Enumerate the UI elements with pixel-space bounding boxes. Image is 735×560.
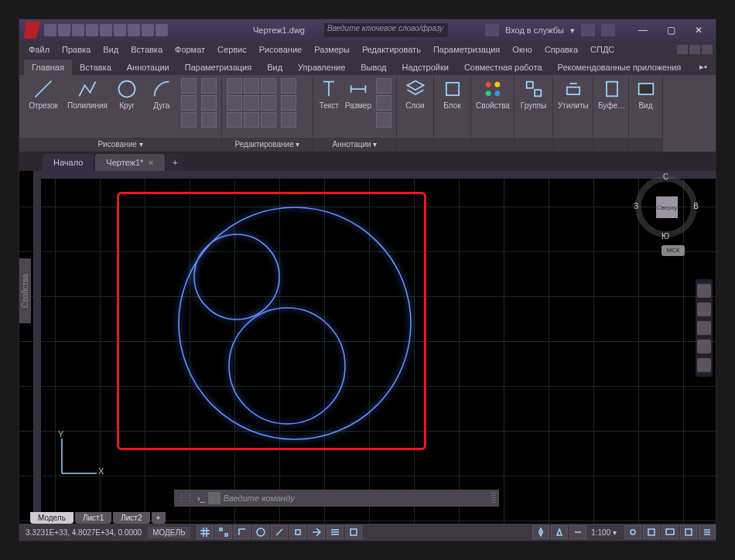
menu-tools[interactable]: Сервис [211, 43, 253, 56]
block-button[interactable]: Блок [439, 78, 466, 110]
status-autoscale-icon[interactable] [569, 525, 586, 539]
login-label[interactable]: Вход в службы [505, 26, 564, 35]
search-input[interactable]: Введите ключевое слово/фразу [324, 23, 448, 37]
status-monitor-icon[interactable] [662, 525, 679, 539]
status-gear-icon[interactable] [624, 525, 641, 539]
arc-button[interactable]: Дуга [146, 78, 176, 110]
tab-output[interactable]: Вывод [353, 60, 394, 75]
text-button[interactable]: Текст [318, 78, 340, 110]
draw-mini-1[interactable] [181, 78, 197, 94]
viewcube-east[interactable]: В [693, 202, 699, 210]
trim-icon[interactable] [261, 78, 276, 94]
nav-zoom-icon[interactable] [697, 321, 711, 335]
menu-draw[interactable]: Рисование [253, 43, 308, 56]
stretch-icon[interactable] [227, 112, 242, 128]
tab-collaborate[interactable]: Совместная работа [456, 60, 550, 75]
app-menu-icon[interactable] [24, 22, 41, 39]
utilities-button[interactable]: Утилиты [558, 78, 589, 110]
status-lineweight-icon[interactable] [326, 525, 344, 539]
tab-expand-icon[interactable]: ▸▪ [692, 59, 715, 75]
tab-insert[interactable]: Вставка [72, 60, 119, 75]
status-otrack-icon[interactable] [308, 525, 325, 539]
line-button[interactable]: Отрезок [24, 78, 63, 110]
anno-mini-2[interactable] [376, 95, 391, 111]
qat-new-icon[interactable] [44, 24, 56, 36]
tab-new-icon[interactable]: + [166, 154, 183, 171]
panel-modify-title[interactable]: Редактирование ▾ [222, 138, 313, 152]
status-annovis-icon[interactable] [551, 525, 568, 539]
modify-icon-c[interactable] [281, 112, 296, 128]
exchange-icon[interactable] [581, 24, 595, 36]
maximize-button[interactable]: ▢ [657, 19, 685, 41]
status-grid-icon[interactable] [197, 525, 214, 539]
tab-view[interactable]: Вид [259, 60, 290, 75]
cmd-history-icon[interactable]: ›_ [197, 493, 205, 503]
doc-minimize-icon[interactable] [677, 45, 688, 54]
layout-tab-model[interactable]: Модель [30, 512, 74, 524]
menu-insert[interactable]: Вставка [125, 43, 169, 56]
groups-button[interactable]: Группы [519, 78, 548, 110]
tab-manage[interactable]: Управление [290, 60, 353, 75]
qat-saveas-icon[interactable] [86, 24, 98, 36]
status-snap-icon[interactable] [215, 525, 232, 539]
move-icon[interactable] [227, 78, 242, 94]
modify-icon-b[interactable] [281, 95, 296, 111]
tab-addins[interactable]: Надстройки [395, 60, 456, 75]
layout-tab-add[interactable]: + [152, 512, 166, 524]
tab-parametric[interactable]: Параметризация [177, 60, 259, 75]
status-ortho-icon[interactable] [234, 525, 251, 539]
menu-help[interactable]: Справка [538, 43, 584, 56]
draw-mini-4[interactable] [201, 78, 217, 94]
draw-mini-3[interactable] [181, 112, 197, 128]
tab-annotate[interactable]: Аннотации [119, 60, 177, 75]
polyline-button[interactable]: Полилиния [67, 78, 108, 110]
tab-drawing1[interactable]: Чертеж1*✕ [95, 154, 165, 171]
menu-view[interactable]: Вид [97, 43, 125, 56]
wcs-label[interactable]: МСК [662, 245, 685, 256]
modify-icon-a[interactable] [281, 78, 296, 94]
scale-icon[interactable] [244, 112, 259, 128]
array-icon[interactable] [261, 112, 276, 128]
login-dropdown-icon[interactable]: ▾ [570, 26, 575, 36]
draw-mini-2[interactable] [181, 95, 197, 111]
view-button[interactable]: Вид [634, 78, 658, 110]
status-polar-icon[interactable] [252, 525, 269, 539]
rotate-icon[interactable] [244, 78, 259, 94]
menu-file[interactable]: Файл [22, 43, 56, 56]
command-line[interactable]: ⋮⋮ ›_ Введите команду [174, 490, 499, 507]
dimension-button[interactable]: Размер [345, 78, 371, 110]
qat-undo-icon[interactable] [128, 24, 140, 36]
layout-tab-1[interactable]: Лист1 [75, 512, 111, 524]
mirror-icon[interactable] [244, 95, 259, 111]
close-button[interactable]: ✕ [685, 19, 713, 41]
status-workspace-icon[interactable] [643, 525, 660, 539]
draw-mini-6[interactable] [201, 112, 217, 128]
anno-mini-1[interactable] [376, 78, 391, 94]
copy-icon[interactable] [227, 95, 242, 111]
nav-orbit-icon[interactable] [697, 340, 711, 353]
qat-save-icon[interactable] [72, 24, 84, 36]
viewcube-south[interactable]: Ю [662, 232, 669, 241]
menu-modify[interactable]: Редактировать [356, 43, 427, 56]
status-customize-icon[interactable] [699, 525, 716, 539]
circle-button[interactable]: Круг [112, 78, 142, 110]
nav-showmotion-icon[interactable] [697, 358, 711, 372]
minimize-button[interactable]: — [629, 19, 657, 41]
qat-dropdown-icon[interactable] [156, 24, 168, 36]
user-icon[interactable] [485, 24, 499, 36]
layers-button[interactable]: Слои [402, 78, 429, 110]
doc-close-icon[interactable] [702, 45, 713, 54]
menu-parametric[interactable]: Параметризация [427, 43, 506, 56]
anno-mini-3[interactable] [376, 112, 391, 128]
menu-edit[interactable]: Правка [56, 43, 97, 56]
nav-pan-icon[interactable] [697, 302, 711, 316]
doc-restore-icon[interactable] [689, 45, 700, 54]
status-model-button[interactable]: МОДЕЛЬ [148, 527, 190, 538]
viewcube[interactable]: Сверху С Ю З В [635, 176, 697, 237]
help-icon[interactable] [601, 24, 615, 36]
status-cleanscreen-icon[interactable] [680, 525, 697, 539]
menu-window[interactable]: Окно [506, 43, 538, 56]
clipboard-button[interactable]: Буфе… [598, 78, 625, 110]
properties-palette-bar[interactable] [33, 171, 41, 541]
qat-plot-icon[interactable] [114, 24, 126, 36]
